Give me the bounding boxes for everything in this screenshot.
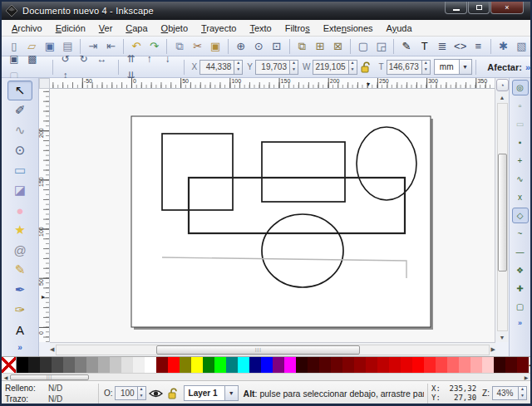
zoom-selection-icon[interactable]: ⊕ — [233, 38, 249, 55]
horizontal-scroll-track[interactable]: ||| — [56, 345, 489, 355]
color-swatch[interactable] — [273, 357, 284, 373]
color-swatch[interactable] — [86, 357, 98, 373]
flip-horizontal-icon[interactable]: ↔ — [93, 51, 110, 67]
layers-dialog-icon[interactable]: ≣ — [434, 38, 451, 55]
color-swatch[interactable] — [168, 357, 180, 373]
select-all-layers-icon[interactable]: ▩ — [24, 51, 41, 67]
color-swatch[interactable] — [319, 357, 331, 373]
width-field[interactable]: 219,105▲▼ — [313, 60, 357, 75]
color-swatch[interactable] — [17, 357, 28, 373]
snap-object-centers-icon[interactable]: ❖ — [512, 262, 529, 278]
menu-edición[interactable]: Edición — [49, 22, 92, 35]
color-swatch[interactable] — [354, 357, 366, 373]
color-swatch[interactable] — [389, 357, 401, 373]
pen-tool[interactable]: ✒ — [7, 280, 32, 300]
scroll-down-icon[interactable]: ▼ — [500, 332, 505, 342]
box3d-tool[interactable]: ◪ — [7, 180, 32, 200]
rotate-ccw-icon[interactable]: ↺ — [57, 51, 73, 67]
scroll-left-icon[interactable]: ◀ — [50, 345, 54, 355]
color-swatch[interactable] — [366, 357, 377, 373]
x-field[interactable]: 44,338▲▼ — [200, 60, 243, 75]
maximize-button[interactable] — [468, 2, 490, 14]
scroll-right-icon[interactable]: ▶ — [491, 345, 495, 355]
snap-midpoints-icon[interactable]: — — [512, 244, 529, 260]
horizontal-scroll-thumb[interactable]: ||| — [156, 345, 360, 355]
canvas-viewport[interactable] — [50, 89, 495, 342]
menu-objeto[interactable]: Objeto — [155, 22, 195, 35]
snapbar-overflow-button[interactable]: » — [518, 319, 522, 327]
menu-archivo[interactable]: Archivo — [5, 22, 49, 35]
color-swatch[interactable] — [133, 357, 145, 373]
selector-tool[interactable]: ↖ — [7, 81, 32, 100]
snap-smooth-nodes-icon[interactable]: ~ — [512, 226, 529, 242]
text-dialog-icon[interactable]: T — [416, 38, 433, 55]
rotate-cw-icon[interactable]: ↻ — [75, 51, 91, 67]
units-dropdown[interactable]: mm▼ — [434, 59, 472, 75]
spiral-tool[interactable]: @ — [7, 240, 32, 260]
zoom-drawing-icon[interactable]: ⊙ — [251, 38, 268, 55]
color-swatch[interactable] — [203, 357, 214, 373]
ungroup-icon[interactable]: ◲ — [373, 38, 390, 55]
color-swatch[interactable] — [156, 357, 168, 373]
color-swatch[interactable] — [342, 357, 354, 373]
tweak-tool[interactable]: ∿ — [7, 120, 32, 140]
snap-paths-icon[interactable]: ∿ — [512, 171, 529, 187]
color-swatch[interactable] — [214, 357, 226, 373]
color-swatch[interactable] — [424, 357, 436, 373]
menu-ayuda[interactable]: Ayuda — [380, 22, 419, 35]
unlink-clone-icon[interactable]: ⊠ — [330, 38, 347, 55]
calligraphy-tool[interactable]: ✑ — [7, 300, 32, 320]
palette-overflow-arrow[interactable]: ◂ — [529, 357, 532, 373]
color-swatch[interactable] — [28, 357, 40, 373]
zoom-tool[interactable]: ⊙ — [7, 140, 32, 160]
color-swatch[interactable] — [121, 357, 133, 373]
lock-ratio-icon[interactable] — [361, 61, 372, 73]
color-swatch[interactable] — [447, 357, 459, 373]
snap-rotation-center-icon[interactable]: ✚ — [512, 281, 529, 296]
color-swatch[interactable] — [470, 357, 482, 373]
opacity-field[interactable]: 100▲▼ — [115, 386, 146, 400]
color-swatch[interactable] — [261, 357, 273, 373]
fill-stroke-indicator[interactable]: Relleno:N/D Trazo:N/D — [2, 383, 95, 404]
color-swatch[interactable] — [63, 357, 75, 373]
color-swatch[interactable] — [249, 357, 261, 373]
minimize-button[interactable] — [445, 2, 467, 14]
color-swatch[interactable] — [180, 357, 191, 373]
text-tool[interactable]: A — [7, 320, 32, 340]
star-tool[interactable]: ★ — [7, 220, 32, 240]
color-swatch[interactable] — [191, 357, 203, 373]
color-swatch[interactable] — [145, 357, 156, 373]
snap-cusp-nodes-icon[interactable]: ◇ — [512, 208, 529, 223]
color-swatch[interactable] — [377, 357, 389, 373]
raise-to-top-icon[interactable]: ⇈ — [123, 51, 140, 67]
height-field[interactable]: 146,673▲▼ — [387, 60, 431, 75]
palette-scroll-right-icon[interactable]: ▶ — [522, 374, 530, 380]
color-swatch[interactable] — [52, 357, 63, 373]
color-swatch[interactable] — [401, 357, 412, 373]
menu-extensiones[interactable]: Extensiones — [317, 22, 380, 35]
color-swatch[interactable] — [308, 357, 319, 373]
preferences-icon[interactable]: ✱ — [495, 38, 512, 55]
color-swatch[interactable] — [75, 357, 86, 373]
snap-bbox-icon[interactable]: ▫ — [512, 98, 529, 114]
rectangle-tool[interactable]: ▭ — [7, 160, 32, 180]
toolbox-overflow-button[interactable]: » — [17, 343, 22, 352]
pencil-tool[interactable]: ✎ — [7, 260, 32, 280]
zoom-field[interactable]: 43%▲▼ — [492, 386, 527, 400]
palette-scroll-left-icon[interactable]: ◀ — [2, 374, 10, 380]
menu-ver[interactable]: Ver — [92, 22, 120, 35]
select-all-icon[interactable]: ▣ — [6, 51, 22, 67]
color-swatch[interactable] — [284, 357, 296, 373]
snap-path-intersections-icon[interactable]: x — [512, 189, 529, 205]
color-swatch[interactable] — [482, 357, 494, 373]
color-swatch[interactable] — [517, 357, 529, 373]
color-swatch[interactable] — [459, 357, 470, 373]
scroll-up-icon[interactable]: ▲ — [500, 92, 505, 102]
menu-capa[interactable]: Capa — [119, 22, 154, 35]
snap-nodes-icon[interactable]: + — [512, 153, 529, 169]
color-swatch[interactable] — [110, 357, 121, 373]
vertical-ruler[interactable]: 200150100500▸ — [39, 89, 50, 342]
color-swatch[interactable] — [238, 357, 249, 373]
vertical-scroll-track[interactable] — [497, 103, 508, 331]
snap-page-border-icon[interactable]: ▢ — [512, 299, 529, 315]
